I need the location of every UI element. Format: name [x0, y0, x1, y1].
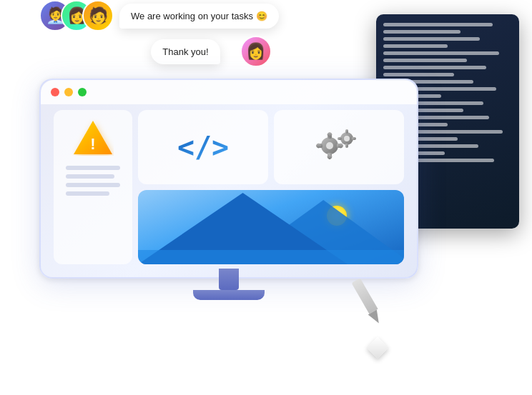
avatar-3: 🧑: [82, 0, 114, 31]
code-card: </>: [138, 110, 268, 184]
code-line: [383, 66, 486, 69]
scene: 🧑‍💼 👩 🧑 We are working on your tasks 😊 T…: [0, 0, 532, 395]
stand-neck: [219, 269, 239, 290]
svg-rect-16: [345, 144, 348, 148]
mountain-svg: [138, 190, 404, 264]
code-line: [383, 51, 499, 55]
svg-point-4: [326, 142, 333, 149]
svg-rect-17: [338, 137, 342, 140]
sidebar-line: [66, 166, 119, 170]
sidebar-line: [66, 183, 119, 187]
svg-text:</>: </>: [178, 131, 228, 164]
chat-bubble-2-text: Thank you!: [162, 46, 208, 57]
code-line: [383, 44, 448, 48]
dot-green: [78, 88, 87, 96]
diamond-shape: [366, 336, 388, 359]
code-line: [383, 30, 460, 34]
chat-bubble-1-text: We are working on your tasks 😊: [131, 11, 267, 21]
code-line: [383, 37, 480, 41]
warning-icon: !: [72, 119, 114, 156]
dot-yellow: [64, 88, 73, 96]
code-line: [383, 59, 467, 62]
image-card: [138, 190, 404, 264]
svg-text:!: !: [90, 135, 95, 153]
monitor-stand: [193, 269, 265, 300]
sidebar-line: [66, 191, 109, 196]
chat-row-2: Thank you! 👩: [39, 36, 279, 67]
dot-red: [51, 88, 59, 96]
monitor: !: [39, 79, 418, 300]
avatars-group: 🧑‍💼 👩 🧑: [39, 0, 114, 31]
gear-card: [274, 110, 404, 184]
chat-bubble-2: Thank you!: [151, 39, 220, 64]
window-bar: [41, 80, 417, 104]
avatar-right: 👩: [240, 36, 272, 67]
sidebar-lines: [66, 166, 119, 196]
code-line: [383, 73, 454, 76]
svg-rect-18: [352, 137, 356, 140]
svg-rect-21: [138, 250, 404, 264]
stand-base: [193, 290, 265, 300]
monitor-content: !: [48, 104, 410, 270]
svg-rect-15: [345, 129, 348, 134]
sidebar-line: [66, 174, 114, 179]
monitor-screen: !: [39, 79, 418, 279]
code-line: [383, 23, 493, 26]
svg-point-14: [344, 136, 350, 141]
chat-row-1: 🧑‍💼 👩 🧑 We are working on your tasks 😊: [39, 0, 279, 31]
chat-bubble-1: We are working on your tasks 😊: [119, 4, 279, 29]
chat-area: 🧑‍💼 👩 🧑 We are working on your tasks 😊 T…: [39, 0, 279, 67]
sidebar-card: !: [54, 110, 132, 264]
